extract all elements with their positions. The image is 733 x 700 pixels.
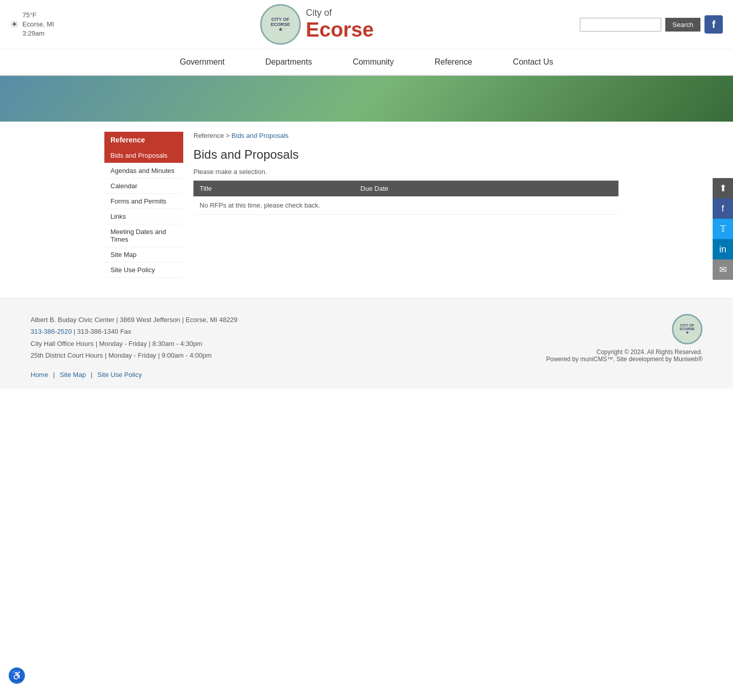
page-heading: Bids and Proposals — [193, 148, 618, 162]
breadcrumb-current: Bids and Proposals — [232, 132, 289, 139]
sidebar-item-sitepolicy[interactable]: Site Use Policy — [104, 262, 183, 278]
nav-item-community[interactable]: Community — [332, 49, 414, 75]
sidebar-item-bids[interactable]: Bids and Proposals — [104, 148, 183, 163]
footer-copyright: Copyright © 2024. All Rights Reserved. — [546, 348, 702, 356]
footer-sep-2: | — [91, 371, 94, 378]
footer-left: Albert B. Buday Civic Center | 3869 West… — [31, 314, 238, 362]
nav-link-departments[interactable]: Departments — [245, 49, 332, 75]
city-name: Ecorse — [306, 18, 374, 41]
footer-powered-by: Powered by muniCMS™. Site development by… — [546, 356, 702, 363]
nav-link-contact[interactable]: Contact Us — [493, 49, 574, 75]
time: 3:29am — [22, 29, 54, 38]
linkedin-share-button[interactable]: in — [713, 239, 733, 259]
footer-court-separator: | — [105, 352, 108, 359]
footer-link-sitepolicy[interactable]: Site Use Policy — [97, 371, 142, 378]
sidebar-title: Reference — [104, 132, 183, 148]
footer-link-home[interactable]: Home — [31, 371, 48, 378]
sidebar-item-meeting[interactable]: Meeting Dates and Times — [104, 224, 183, 247]
sidebar-item-calendar[interactable]: Calendar — [104, 179, 183, 194]
city-seal: CITY OFECORSE★ — [260, 4, 301, 45]
logo-area: CITY OFECORSE★ City of Ecorse — [260, 4, 374, 45]
footer-cityhall-time: Monday - Friday | 8:30am - 4:30pm — [99, 340, 203, 347]
hero-banner — [0, 76, 733, 122]
page-instruction: Please make a selection. — [193, 168, 618, 176]
sidebar-item-links[interactable]: Links — [104, 209, 183, 224]
empty-message: No RFPs at this time, please check back. — [193, 196, 618, 215]
footer-cityhall-label: City Hall Office Hours — [31, 340, 94, 347]
location: Ecorse, MI — [22, 20, 54, 29]
footer-seal: CITY OFECORSE★ — [672, 314, 702, 344]
footer-phone-line: 313-386-2520 | 313-386-1340 Fax — [31, 326, 238, 337]
sidebar-item-forms[interactable]: Forms and Permits — [104, 194, 183, 209]
top-bar: ☀ 75°F Ecorse, MI 3:29am CITY OFECORSE★ … — [0, 0, 733, 49]
search-area: Search f — [580, 15, 723, 34]
breadcrumb-parent[interactable]: Reference — [193, 132, 224, 139]
nav-link-reference[interactable]: Reference — [414, 49, 493, 75]
footer-right: CITY OFECORSE★ Copyright © 2024. All Rig… — [546, 314, 702, 363]
sidebar-item-agendas[interactable]: Agendas and Minutes — [104, 163, 183, 179]
weather-details: 75°F Ecorse, MI 3:29am — [22, 11, 54, 39]
nav-item-reference[interactable]: Reference — [414, 49, 493, 75]
facebook-link[interactable]: f — [704, 15, 723, 34]
nav-item-contact[interactable]: Contact Us — [493, 49, 574, 75]
footer-court-hours: 25th District Court Hours | Monday - Fri… — [31, 349, 238, 361]
weather-info: ☀ 75°F Ecorse, MI 3:29am — [10, 11, 54, 39]
footer-court-label: 25th District Court Hours — [31, 352, 103, 359]
nav-link-community[interactable]: Community — [332, 49, 414, 75]
nav-item-departments[interactable]: Departments — [245, 49, 332, 75]
breadcrumb-separator: > — [226, 132, 232, 139]
footer-cityhall-separator: | — [96, 340, 99, 347]
col-title: Title — [193, 181, 354, 196]
footer-court-time: Monday - Friday | 9:00am - 4:00pm — [108, 352, 212, 359]
nav-link-government[interactable]: Government — [159, 49, 245, 75]
table-header-row: Title Due Date — [193, 181, 618, 196]
logo-text-area: City of Ecorse — [306, 8, 374, 41]
col-duedate: Due Date — [354, 181, 618, 196]
temperature: 75°F — [22, 11, 54, 20]
footer-link-sitemap[interactable]: Site Map — [60, 371, 86, 378]
city-label: City of — [306, 8, 374, 18]
footer-phone-link[interactable]: 313-386-2520 — [31, 328, 72, 335]
hero-image — [0, 76, 733, 122]
weather-icon: ☀ — [10, 19, 18, 30]
social-sidebar: ⬆ f 𝕋 in ✉ — [713, 178, 733, 280]
footer-sep-1: | — [53, 371, 57, 378]
page-container: Reference Bids and Proposals Agendas and… — [104, 122, 629, 298]
footer: Albert B. Buday Civic Center | 3869 West… — [0, 298, 733, 389]
footer-inner: Albert B. Buday Civic Center | 3869 West… — [31, 314, 702, 363]
bids-table: Title Due Date No RFPs at this time, ple… — [193, 181, 618, 215]
nav-list: Government Departments Community Referen… — [0, 49, 733, 75]
share-button[interactable]: ⬆ — [713, 178, 733, 198]
sidebar-item-sitemap[interactable]: Site Map — [104, 247, 183, 262]
footer-fax: | 313-386-1340 Fax — [74, 328, 131, 335]
footer-links: Home | Site Map | Site Use Policy — [31, 371, 702, 378]
facebook-share-button[interactable]: f — [713, 198, 733, 219]
search-input[interactable] — [580, 18, 661, 32]
breadcrumb: Reference > Bids and Proposals — [193, 132, 618, 139]
twitter-share-button[interactable]: 𝕋 — [713, 219, 733, 239]
search-button[interactable]: Search — [665, 18, 700, 32]
table-empty-row: No RFPs at this time, please check back. — [193, 196, 618, 215]
footer-address: Albert B. Buday Civic Center | 3869 West… — [31, 314, 238, 326]
email-share-button[interactable]: ✉ — [713, 259, 733, 280]
footer-cityhall-hours: City Hall Office Hours | Monday - Friday… — [31, 338, 238, 349]
main-content: Reference > Bids and Proposals Bids and … — [183, 127, 629, 278]
sidebar: Reference Bids and Proposals Agendas and… — [104, 127, 183, 278]
nav-item-government[interactable]: Government — [159, 49, 245, 75]
main-nav: Government Departments Community Referen… — [0, 49, 733, 76]
